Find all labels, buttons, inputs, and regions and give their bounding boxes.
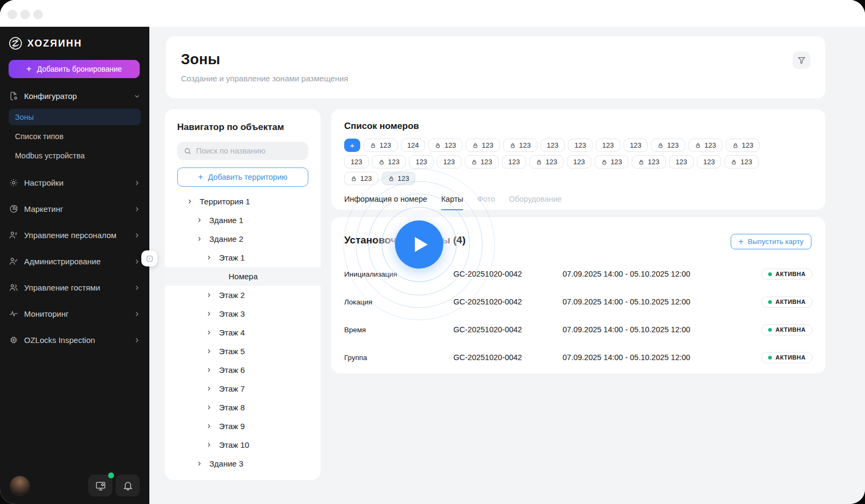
tree-item-Здание 1[interactable]: Здание 1	[165, 211, 321, 230]
table-row[interactable]: ГруппаGC-20251020-004207.09.2025 14:00 -…	[344, 343, 813, 371]
room-chip-123[interactable]: 123	[503, 139, 537, 152]
sidebar-item-label: Мониторинг	[24, 309, 69, 318]
tree-item-Этаж 6[interactable]: Этаж 6	[165, 361, 321, 379]
tree-item-Этаж 3[interactable]: Этаж 3	[165, 304, 321, 323]
issue-card-button[interactable]: + Выпустить карту	[731, 234, 811, 249]
tree-item-Номера[interactable]: Номера	[165, 267, 321, 286]
room-chip-label: 123	[509, 158, 520, 166]
lock-icon	[695, 142, 701, 149]
tree-item-Этаж 2[interactable]: Этаж 2	[165, 286, 321, 304]
room-chip-123[interactable]: 123	[344, 172, 378, 185]
window-titlebar	[0, 0, 865, 27]
room-chip-123[interactable]: 123	[363, 139, 398, 152]
sidebar-item-Администрирование[interactable]: Администрирование	[0, 248, 149, 274]
tree-item-Здание 3[interactable]: Здание 3	[165, 454, 321, 473]
room-chip-123[interactable]: 123	[688, 139, 723, 152]
tree-item-Территория 1[interactable]: Территория 1	[165, 192, 321, 211]
room-chip-label: 123	[573, 158, 585, 166]
room-chip-123[interactable]: 123	[409, 155, 434, 169]
room-chip-label: 123	[443, 158, 455, 166]
sidebar-subitem-Зоны[interactable]: Зоны	[9, 109, 141, 125]
room-chip-123[interactable]: 123	[568, 139, 593, 152]
room-chip-123[interactable]: 123	[624, 139, 648, 152]
sidebar-collapse-button[interactable]	[141, 250, 157, 266]
room-chip-label: 123	[415, 158, 427, 166]
installation-cards-table: ИнициализацияGC-20251020-004207.09.2025 …	[344, 260, 813, 371]
card-status-cell: АКТИВНА	[761, 352, 813, 363]
lock-icon	[601, 159, 608, 165]
chevron-right-icon	[133, 258, 141, 265]
room-chip-124[interactable]: 124	[401, 139, 426, 152]
tree-item-Здание 2[interactable]: Здание 2	[165, 230, 321, 248]
sidebar-footer	[0, 475, 149, 497]
room-chip-123[interactable]: 123	[541, 139, 565, 152]
play-button[interactable]	[395, 220, 443, 269]
sidebar-item-Маркетинг[interactable]: Маркетинг	[0, 196, 149, 222]
room-chip-123[interactable]: 123	[502, 155, 527, 169]
room-chip-123[interactable]: 123	[382, 172, 416, 185]
chevron-right-icon	[206, 310, 213, 317]
table-row[interactable]: ВремяGC-20251020-004207.09.2025 14:00 - …	[344, 316, 813, 343]
chevron-right-icon	[206, 292, 213, 299]
tab-Информация о номере[interactable]: Информация о номере	[344, 195, 427, 210]
tab-Оборудование[interactable]: Оборудование	[509, 195, 562, 210]
sidebar-item-configurator[interactable]: Конфигуратор	[0, 83, 149, 109]
add-territory-button[interactable]: + Добавить территорию	[177, 167, 308, 187]
room-chip-label: 123	[380, 141, 391, 149]
room-chip-123[interactable]: 123	[697, 155, 722, 169]
chevron-right-icon	[196, 235, 203, 242]
user-avatar[interactable]	[10, 476, 30, 496]
filter-button[interactable]	[793, 51, 810, 69]
sidebar-subitem-Список типов[interactable]: Список типов	[9, 128, 141, 144]
room-chip-123[interactable]: 123	[437, 155, 461, 169]
card-name: Локация	[344, 298, 453, 306]
sidebar-item-Мониторинг[interactable]: Мониторинг	[0, 301, 149, 327]
window-close-icon[interactable]	[7, 10, 17, 19]
room-chip-123[interactable]: 123	[529, 155, 564, 169]
room-chip-123[interactable]: 123	[595, 155, 629, 169]
bell-icon	[122, 480, 134, 492]
tab-Фото[interactable]: Фото	[477, 195, 495, 210]
tree-item-Этаж 10[interactable]: Этаж 10	[165, 436, 321, 454]
add-booking-button[interactable]: + Добавить бронирование	[9, 60, 140, 78]
people-icon	[9, 282, 19, 293]
window-minimize-icon[interactable]	[20, 10, 30, 19]
tree-item-Этаж 4[interactable]: Этаж 4	[165, 323, 321, 342]
room-chip-123[interactable]: 123	[344, 155, 369, 169]
sidebar-item-Управление гостями[interactable]: Управление гостями	[0, 274, 149, 301]
add-room-chip[interactable]: +	[344, 139, 360, 152]
sidebar-subitem-Modbus устройства[interactable]: Modbus устройства	[9, 147, 141, 164]
chevron-right-icon	[206, 366, 213, 373]
sidebar-item-label: Администрирование	[24, 257, 101, 266]
room-chip-123[interactable]: 123	[726, 139, 760, 152]
tree-item-Этаж 5[interactable]: Этаж 5	[165, 342, 321, 361]
room-chip-123[interactable]: 123	[724, 155, 758, 169]
room-chip-123[interactable]: 123	[596, 139, 620, 152]
tab-Карты[interactable]: Карты	[441, 195, 463, 210]
notifications-button[interactable]	[116, 475, 140, 497]
room-chip-123[interactable]: 123	[428, 139, 462, 152]
search-input[interactable]	[196, 147, 302, 155]
tree-item-Этаж 1[interactable]: Этаж 1	[165, 248, 321, 267]
room-chip-label: 123	[547, 141, 559, 149]
chevron-right-icon	[206, 423, 213, 430]
tree-item-Этаж 8[interactable]: Этаж 8	[165, 398, 321, 417]
sidebar-item-Управление персоналом[interactable]: Управление персоналом	[0, 222, 149, 248]
sidebar-item-Настройки[interactable]: Настройки	[0, 170, 149, 196]
status-label: АКТИВНА	[776, 326, 806, 333]
room-chip-123[interactable]: 123	[632, 155, 666, 169]
tree-item-Этаж 9[interactable]: Этаж 9	[165, 417, 321, 436]
table-row[interactable]: ЛокацияGC-20251020-004207.09.2025 14:00 …	[344, 288, 813, 316]
sidebar-item-OZLocks Inspection[interactable]: OZLocks Inspection	[0, 327, 149, 353]
status-label: АКТИВНА	[776, 299, 806, 305]
device-settings-button[interactable]	[88, 475, 112, 497]
room-chip-123[interactable]: 123	[466, 139, 500, 152]
room-chip-123[interactable]: 123	[567, 155, 591, 169]
room-chip-123[interactable]: 123	[372, 155, 406, 169]
tree-item-Этаж 7[interactable]: Этаж 7	[165, 379, 321, 398]
room-chip-123[interactable]: 123	[651, 139, 685, 152]
window-maximize-icon[interactable]	[33, 10, 43, 19]
room-chip-123[interactable]: 123	[669, 155, 694, 169]
room-chip-123[interactable]: 123	[465, 155, 499, 169]
configurator-icon	[9, 91, 19, 101]
